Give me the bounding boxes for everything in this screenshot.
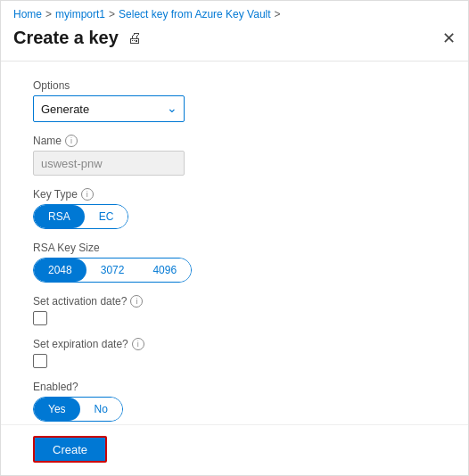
name-label: Name i [33,135,436,147]
enabled-label: Enabled? [33,381,436,393]
options-select[interactable]: Generate Import [33,95,185,122]
activation-date-field: Set activation date? i [33,295,436,325]
activation-checkbox-wrapper [33,311,436,325]
header-row: Create a key 🖨 ✕ [1,24,468,55]
expiration-date-label: Set expiration date? i [33,338,436,350]
expiration-checkbox-wrapper [33,354,436,368]
breadcrumb-home[interactable]: Home [13,8,42,21]
expiration-date-field: Set expiration date? i [33,338,436,368]
rsa-key-size-3072[interactable]: 3072 [86,259,139,282]
key-type-rsa[interactable]: RSA [34,205,85,228]
key-type-label: Key Type i [33,188,436,201]
form-footer: Create [1,424,468,475]
breadcrumb-myimport1[interactable]: myimport1 [55,8,105,21]
breadcrumb: Home > myimport1 > Select key from Azure… [1,1,468,24]
rsa-key-size-label: RSA Key Size [33,242,436,254]
rsa-key-size-toggle: 2048 3072 4096 [33,258,192,283]
options-label: Options [33,79,436,92]
key-type-ec[interactable]: EC [85,205,128,228]
activation-info-icon[interactable]: i [130,295,143,308]
create-key-panel: Home > myimport1 > Select key from Azure… [0,0,469,476]
close-icon[interactable]: ✕ [442,29,456,48]
rsa-key-size-field: RSA Key Size 2048 3072 4096 [33,242,436,283]
enabled-yes[interactable]: Yes [34,398,80,421]
header-divider [1,61,468,62]
key-type-info-icon[interactable]: i [81,188,94,201]
name-info-icon[interactable]: i [65,135,78,147]
activation-checkbox[interactable] [33,311,47,325]
options-field: Options Generate Import [33,79,436,122]
print-icon[interactable]: 🖨 [128,30,142,46]
options-select-wrapper: Generate Import [33,95,185,122]
rsa-key-size-4096[interactable]: 4096 [138,259,191,282]
expiration-info-icon[interactable]: i [132,338,144,350]
enabled-no[interactable]: No [80,398,122,421]
enabled-field: Enabled? Yes No [33,381,436,422]
rsa-key-size-2048[interactable]: 2048 [34,259,86,282]
activation-date-label: Set activation date? i [33,295,436,308]
key-type-toggle: RSA EC [33,204,128,229]
key-type-field: Key Type i RSA EC [33,188,436,229]
name-field: Name i [33,135,436,176]
expiration-checkbox[interactable] [33,354,47,368]
create-button[interactable]: Create [33,436,107,463]
page-title: Create a key [13,28,119,48]
breadcrumb-select-key[interactable]: Select key from Azure Key Vault [119,8,271,21]
name-input[interactable] [33,151,185,176]
enabled-toggle: Yes No [33,397,123,422]
form-content: Options Generate Import Name i Key Type … [1,70,468,424]
